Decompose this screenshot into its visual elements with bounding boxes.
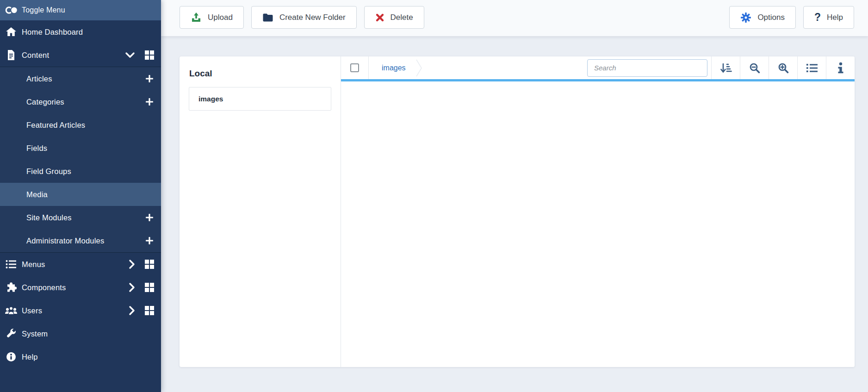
options-button[interactable]: Options xyxy=(729,6,796,29)
toggle-menu-label: Toggle Menu xyxy=(22,6,65,14)
chevron-right-icon xyxy=(129,282,135,292)
question-mark-icon: ? xyxy=(814,11,821,24)
media-files-panel: images xyxy=(341,56,855,367)
sidebar-item-articles[interactable]: Articles xyxy=(0,67,161,90)
create-new-folder-label: Create New Folder xyxy=(279,13,346,22)
select-all-checkbox[interactable] xyxy=(350,63,359,72)
add-icon[interactable] xyxy=(145,213,154,222)
info-icon xyxy=(837,62,844,74)
list-view-icon xyxy=(806,63,818,73)
sort-amount-down-icon xyxy=(720,62,732,74)
wrench-icon xyxy=(4,328,18,339)
add-icon[interactable] xyxy=(145,98,154,106)
sidebar-item-media[interactable]: Media xyxy=(0,183,161,206)
content-submenu: Articles Categories Featured Articles Fi… xyxy=(0,67,161,253)
folder-icon xyxy=(262,13,273,22)
media-files-topbar: images xyxy=(341,56,855,81)
select-all-cell xyxy=(341,56,369,79)
chevron-right-icon xyxy=(129,305,135,316)
grid-dashboard-icon[interactable] xyxy=(144,259,155,269)
tree-item-images[interactable]: images xyxy=(189,87,331,111)
zoom-out-icon xyxy=(749,62,760,74)
page-background: Local images images xyxy=(161,36,868,392)
zoom-out-button[interactable] xyxy=(740,56,769,79)
document-icon xyxy=(4,50,18,61)
zoom-in-icon xyxy=(778,62,789,74)
users-icon xyxy=(4,306,18,315)
sidebar-item-featured-articles[interactable]: Featured Articles xyxy=(0,113,161,137)
info-circle-icon xyxy=(4,352,18,362)
info-button[interactable] xyxy=(826,56,855,79)
upload-button-label: Upload xyxy=(208,13,233,22)
chevron-right-icon xyxy=(129,259,135,269)
sidebar-item-components[interactable]: Components xyxy=(0,276,161,299)
sidebar-item-site-modules[interactable]: Site Modules xyxy=(0,206,161,229)
help-button[interactable]: ? Help xyxy=(803,6,854,29)
sidebar-item-field-groups[interactable]: Field Groups xyxy=(0,160,161,183)
breadcrumb: images xyxy=(369,56,587,79)
sidebar-item-users[interactable]: Users xyxy=(0,299,161,322)
grid-dashboard-icon[interactable] xyxy=(144,305,155,316)
menus-list-icon xyxy=(4,260,18,269)
gear-icon xyxy=(740,12,751,23)
breadcrumb-item-images[interactable]: images xyxy=(382,64,406,72)
grid-dashboard-icon[interactable] xyxy=(144,282,155,292)
toggle-menu-icon xyxy=(4,6,18,15)
top-toolbar: Upload Create New Folder Delete xyxy=(161,0,868,36)
media-tree-panel: Local images xyxy=(180,56,341,367)
home-icon xyxy=(4,27,18,37)
list-view-button[interactable] xyxy=(797,56,826,79)
media-manager-card: Local images images xyxy=(180,56,855,367)
sidebar-item-content[interactable]: Content xyxy=(0,44,161,67)
toggle-menu-button[interactable]: Toggle Menu xyxy=(0,0,161,20)
sidebar-item-help[interactable]: Help xyxy=(0,345,161,368)
zoom-in-button[interactable] xyxy=(769,56,797,79)
sidebar-item-label: Home Dashboard xyxy=(22,28,83,37)
add-icon[interactable] xyxy=(145,75,154,83)
upload-button[interactable]: Upload xyxy=(180,6,244,29)
sidebar-item-administrator-modules[interactable]: Administrator Modules xyxy=(0,229,161,252)
options-button-label: Options xyxy=(757,13,785,22)
files-browse-area[interactable] xyxy=(341,81,855,367)
search-input[interactable] xyxy=(587,59,707,77)
sidebar-item-system[interactable]: System xyxy=(0,322,161,345)
chevron-down-icon[interactable] xyxy=(125,52,135,58)
main-area: Upload Create New Folder Delete xyxy=(161,0,868,392)
breadcrumb-divider-icon xyxy=(416,58,422,78)
delete-x-icon xyxy=(375,13,384,22)
admin-sidebar: Toggle Menu Home Dashboard Content xyxy=(0,0,161,392)
help-button-label: Help xyxy=(827,13,843,22)
sort-button[interactable] xyxy=(711,56,740,79)
sidebar-item-label: Content xyxy=(22,51,49,60)
puzzle-icon xyxy=(4,282,18,293)
drive-heading: Local xyxy=(189,68,341,79)
grid-dashboard-icon[interactable] xyxy=(144,50,155,60)
sidebar-item-menus[interactable]: Menus xyxy=(0,253,161,276)
add-icon[interactable] xyxy=(145,236,154,245)
delete-button-label: Delete xyxy=(391,13,413,22)
sidebar-item-fields[interactable]: Fields xyxy=(0,137,161,160)
create-new-folder-button[interactable]: Create New Folder xyxy=(251,6,357,29)
sidebar-item-categories[interactable]: Categories xyxy=(0,90,161,113)
upload-icon xyxy=(191,12,202,23)
delete-button[interactable]: Delete xyxy=(364,6,424,29)
sidebar-item-home-dashboard[interactable]: Home Dashboard xyxy=(0,20,161,44)
